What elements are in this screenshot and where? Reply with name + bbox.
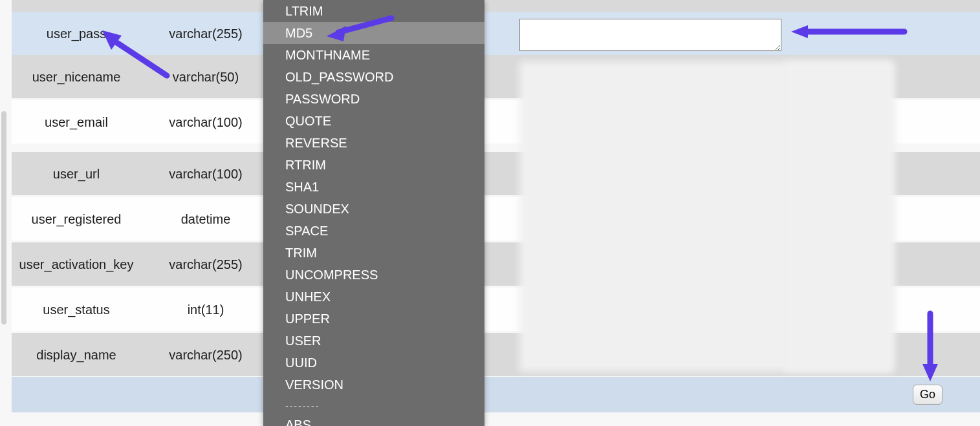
go-button[interactable]: Go bbox=[913, 385, 942, 405]
dropdown-option[interactable]: ABS bbox=[263, 414, 485, 426]
function-dropdown[interactable]: LTRIMMD5MONTHNAMEOLD_PASSWORDPASSWORDQUO… bbox=[263, 0, 485, 426]
column-type: varchar(255) bbox=[141, 26, 270, 41]
dropdown-option[interactable]: TRIM bbox=[263, 242, 485, 264]
table-row[interactable]: user_passvarchar(255) bbox=[12, 12, 980, 55]
column-type: varchar(50) bbox=[141, 69, 270, 84]
dropdown-option[interactable]: SHA1 bbox=[263, 176, 485, 198]
column-name: user_activation_key bbox=[12, 257, 141, 272]
dropdown-option[interactable]: UNCOMPRESS bbox=[263, 264, 485, 286]
column-type: varchar(100) bbox=[141, 166, 270, 181]
dropdown-option[interactable]: MD5 bbox=[263, 22, 485, 44]
dropdown-option[interactable]: MONTHNAME bbox=[263, 44, 485, 66]
redacted-panel bbox=[785, 61, 895, 372]
dropdown-option[interactable]: UNHEX bbox=[263, 286, 485, 308]
dropdown-option[interactable]: VERSION bbox=[263, 374, 485, 396]
column-type: int(11) bbox=[141, 302, 270, 317]
column-name: user_url bbox=[12, 166, 141, 181]
dropdown-option[interactable]: RTRIM bbox=[263, 154, 485, 176]
value-input[interactable] bbox=[519, 19, 781, 51]
column-name: user_registered bbox=[12, 211, 141, 226]
column-type: datetime bbox=[141, 211, 270, 226]
table-row[interactable] bbox=[12, 377, 980, 412]
column-type: varchar(100) bbox=[141, 114, 270, 129]
column-type: varchar(255) bbox=[141, 257, 270, 272]
dropdown-separator: -------- bbox=[285, 401, 463, 411]
column-type: varchar(250) bbox=[141, 347, 270, 362]
dropdown-option[interactable]: PASSWORD bbox=[263, 88, 485, 110]
dropdown-option[interactable]: LTRIM bbox=[263, 0, 485, 22]
table-row[interactable] bbox=[12, 0, 980, 12]
column-name: user_email bbox=[12, 114, 141, 129]
dropdown-option[interactable]: SPACE bbox=[263, 220, 485, 242]
dropdown-option[interactable]: SOUNDEX bbox=[263, 198, 485, 220]
dropdown-option[interactable]: UUID bbox=[263, 352, 485, 374]
page-scrollbar[interactable] bbox=[1, 111, 6, 325]
column-name: user_status bbox=[12, 302, 141, 317]
column-name: display_name bbox=[12, 347, 141, 362]
dropdown-option[interactable]: UPPER bbox=[263, 308, 485, 330]
dropdown-option[interactable]: OLD_PASSWORD bbox=[263, 66, 485, 88]
column-name: user_pass bbox=[12, 26, 141, 41]
column-name: user_nicename bbox=[12, 69, 141, 84]
dropdown-option[interactable]: QUOTE bbox=[263, 110, 485, 132]
dropdown-option[interactable]: USER bbox=[263, 330, 485, 352]
dropdown-option[interactable]: REVERSE bbox=[263, 132, 485, 154]
